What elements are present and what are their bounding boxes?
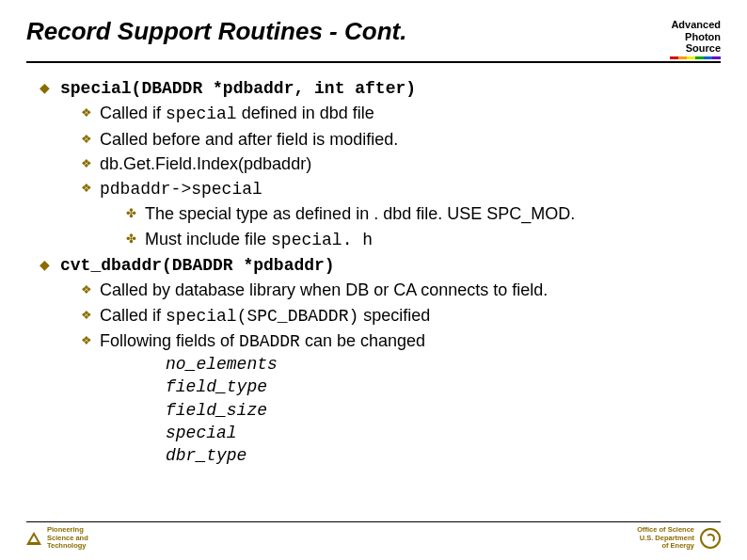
text: Called if <box>100 104 166 122</box>
divider <box>26 61 721 63</box>
code-text: db.Get.Field.Index(pdbaddr) <box>100 154 311 173</box>
footer: Pioneering Science and Technology Office… <box>26 521 721 551</box>
field: field_size <box>166 399 721 422</box>
code-text: DBADDR <box>239 332 300 351</box>
rainbow-bar-icon <box>670 56 721 59</box>
list-item: special(DBADDR *pdbaddr, int after) Call… <box>40 76 721 251</box>
text: specified <box>358 306 430 325</box>
list-item: db.Get.Field.Index(pdbaddr) <box>81 152 721 175</box>
swirl-icon <box>700 528 721 549</box>
footer-line: Technology <box>47 542 88 551</box>
list-item: Called before and after field is modifie… <box>81 128 721 151</box>
footer-line: of Energy <box>637 542 694 551</box>
content: special(DBADDR *pdbaddr, int after) Call… <box>26 76 721 468</box>
text: Called by database library when DB or CA… <box>100 280 548 299</box>
text: Must include file <box>145 230 271 248</box>
text: The special type as defined in . dbd fil… <box>145 204 575 223</box>
footer-right: Office of Science U.S. Department of Ene… <box>637 526 721 551</box>
title-row: Record Support Routines - Cont. Advanced… <box>26 17 721 59</box>
code-text: special. h <box>271 231 373 249</box>
code-text: special <box>166 104 237 123</box>
signature: special(DBADDR *pdbaddr, int after) <box>60 79 416 98</box>
aps-logo-line: Photon <box>670 31 721 43</box>
page-title: Record Support Routines - Cont. <box>26 17 406 52</box>
footer-text: Office of Science U.S. Department of Ene… <box>637 526 694 551</box>
text: can be changed <box>300 331 425 350</box>
list-item: The special type as defined in . dbd fil… <box>126 202 721 225</box>
footer-left: Pioneering Science and Technology <box>26 526 88 551</box>
text: defined in dbd file <box>237 104 374 122</box>
aps-logo: Advanced Photon Source <box>670 19 721 59</box>
field: dbr_type <box>166 444 721 467</box>
slide: Record Support Routines - Cont. Advanced… <box>0 0 747 468</box>
code-text: special(SPC_DBADDR) <box>166 307 358 326</box>
text: Following fields of <box>100 331 239 350</box>
list-item: pdbaddr->special The special type as def… <box>81 177 721 251</box>
field: special <box>166 422 721 444</box>
list-item: Called by database library when DB or CA… <box>81 279 721 301</box>
list-item: Called if special defined in dbd file <box>81 102 721 125</box>
signature: cvt_dbaddr(DBADDR *pdbaddr) <box>60 256 335 275</box>
aps-logo-line: Advanced <box>670 19 721 31</box>
field: no_elements <box>166 353 721 376</box>
list-item: Following fields of DBADDR can be change… <box>81 329 721 468</box>
footer-text: Pioneering Science and Technology <box>47 526 88 551</box>
text: Called before and after field is modifie… <box>100 130 398 149</box>
text: Called if <box>100 306 166 325</box>
aps-logo-line: Source <box>670 42 721 55</box>
triangle-icon <box>26 532 41 545</box>
list-item: cvt_dbaddr(DBADDR *pdbaddr) Called by da… <box>40 253 721 468</box>
list-item: Must include file special. h <box>126 228 721 251</box>
field-list: no_elements field_type field_size specia… <box>100 353 721 467</box>
code-text: pdbaddr->special <box>100 180 262 199</box>
list-item: Called if special(SPC_DBADDR) specified <box>81 304 721 328</box>
field: field_type <box>166 376 721 398</box>
